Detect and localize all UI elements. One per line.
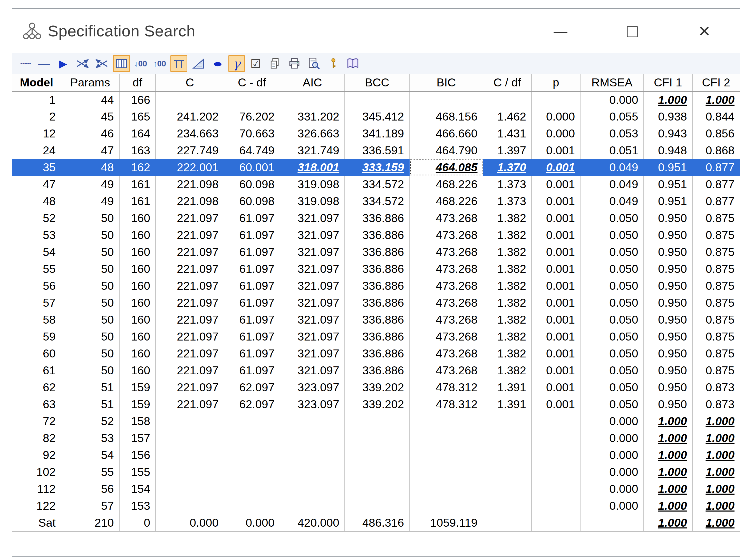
column-header-aic[interactable]: AIC [280, 74, 345, 91]
increase-decimal-icon-glyph: ↑00 [153, 60, 166, 68]
table-row[interactable]: 5750160221.09761.097321.097336.886473.26… [12, 294, 740, 311]
increase-decimal-icon[interactable]: ↑00 [151, 55, 168, 72]
table-row[interactable]: 4749161221.09860.098319.098334.572468.22… [12, 176, 740, 193]
cell-cfi2: 0.877 [693, 176, 740, 193]
cell-bic: 473.268 [409, 362, 483, 379]
table-row[interactable]: 82531570.0001.0001.000 [12, 430, 740, 447]
print-preview-icon[interactable] [305, 55, 322, 72]
cell-c: 221.097 [155, 294, 224, 311]
cell-bic [409, 447, 483, 464]
cell-c [155, 413, 224, 430]
gamma-icon[interactable]: γ [228, 55, 245, 72]
cell-bcc: 336.886 [345, 277, 409, 294]
table-row[interactable]: 5450160221.09761.097321.097336.886473.26… [12, 244, 740, 261]
cell-aic [280, 430, 345, 447]
cell-cdf: 64.749 [224, 142, 280, 159]
cell-df: 160 [119, 328, 156, 345]
cell-c: 221.097 [155, 261, 224, 277]
cell-rmsea: 0.051 [580, 142, 644, 159]
copy-icon[interactable] [266, 55, 283, 72]
maximize-button[interactable]: □ [617, 17, 648, 45]
close-button[interactable]: × [689, 17, 720, 45]
cell-rmsea: 0.050 [580, 210, 644, 227]
table-row[interactable]: 92541560.0001.0001.000 [12, 447, 740, 464]
cell-cfi2: 0.875 [693, 210, 740, 227]
table-row[interactable]: 5850160221.09761.097321.097336.886473.26… [12, 311, 740, 328]
column-header-cdf[interactable]: C - df [224, 74, 280, 91]
table-row[interactable]: 5550160221.09761.097321.097336.886473.26… [12, 261, 740, 277]
cell-bcc [345, 481, 409, 497]
table-row[interactable]: 112561540.0001.0001.000 [12, 481, 740, 497]
table-row[interactable]: 245165241.20276.202331.202345.412468.156… [12, 108, 740, 125]
column-header-model[interactable]: Model [12, 74, 61, 91]
cell-c [155, 447, 224, 464]
table-row[interactable]: 6351159221.09762.097323.097339.202478.31… [12, 396, 740, 413]
cell-c: 221.098 [155, 193, 224, 210]
decrease-decimal-icon[interactable]: ↓00 [133, 55, 149, 72]
cell-model: 112 [12, 481, 61, 497]
results-area: ModelParamsdfCC - dfAICBCCBICC / dfpRMSE… [12, 74, 740, 556]
table-row[interactable]: 5350160221.09761.097321.097336.886473.26… [12, 227, 740, 244]
table-row[interactable]: 1246164234.66370.663326.663341.189466.66… [12, 125, 740, 142]
table-row[interactable]: 1441660.0001.0001.000 [12, 91, 740, 108]
table-row[interactable]: 6050160221.09761.097321.097336.886473.26… [12, 345, 740, 362]
column-header-c[interactable]: C [155, 74, 224, 91]
table-row[interactable]: 4849161221.09860.098319.098334.572468.22… [12, 193, 740, 210]
column-header-bcc[interactable]: BCC [345, 74, 409, 91]
optional-arrow-icon[interactable]: ┄┄ [17, 55, 33, 72]
cell-params: 51 [61, 396, 119, 413]
table-row[interactable]: Sat21000.0000.000420.000486.3161059.1191… [12, 514, 740, 531]
cell-model: 24 [12, 142, 61, 159]
ellipse-icon[interactable]: ● [210, 55, 226, 72]
info-icon[interactable] [325, 55, 342, 72]
cell-aic: 321.097 [280, 244, 345, 261]
column-header-cfi2[interactable]: CFI 2 [693, 74, 740, 91]
cell-cdf [224, 91, 280, 108]
table-row[interactable]: 72521580.0001.0001.000 [12, 413, 740, 430]
column-header-cfi1[interactable]: CFI 1 [644, 74, 693, 91]
table-row[interactable]: 5650160221.09761.097321.097336.886473.26… [12, 277, 740, 294]
table-row[interactable]: 122571530.0001.0001.000 [12, 497, 740, 514]
cell-params: 50 [61, 227, 119, 244]
cell-model: 92 [12, 447, 61, 464]
short-list-icon[interactable] [171, 55, 187, 72]
column-header-p[interactable]: p [531, 74, 580, 91]
help-book-icon[interactable] [344, 55, 361, 72]
table-row[interactable]: 102551550.0001.0001.000 [12, 464, 740, 481]
cell-params: 50 [61, 328, 119, 345]
column-header-df[interactable]: df [119, 74, 156, 91]
cell-bcc: 336.886 [345, 362, 409, 379]
perform-search-icon[interactable]: ▶ [55, 55, 71, 72]
cell-c: 227.749 [155, 142, 224, 159]
column-header-coverdf[interactable]: C / df [483, 74, 532, 91]
cell-params: 54 [61, 447, 119, 464]
cell-coverdf [483, 514, 532, 531]
required-arrow-icon[interactable]: — [36, 55, 52, 72]
cell-df: 156 [119, 447, 156, 464]
cell-bic [409, 430, 483, 447]
swap-arrows-alt-icon[interactable] [94, 55, 110, 72]
cell-bic: 473.268 [409, 261, 483, 277]
cell-cfi1: 0.950 [644, 379, 693, 396]
cell-coverdf: 1.382 [483, 328, 532, 345]
column-header-rmsea[interactable]: RMSEA [580, 74, 644, 91]
swap-arrows-icon[interactable] [74, 55, 91, 72]
table-row[interactable]: 5950160221.09761.097321.097336.886473.26… [12, 328, 740, 345]
column-header-bic[interactable]: BIC [409, 74, 483, 91]
cell-cfi2: 0.875 [693, 294, 740, 311]
show-summary-icon[interactable] [113, 55, 130, 72]
options-checkbox-icon[interactable]: ☑ [248, 55, 264, 72]
table-row[interactable]: 5250160221.09761.097321.097336.886473.26… [12, 210, 740, 227]
table-row[interactable]: 6251159221.09762.097323.097339.202478.31… [12, 379, 740, 396]
minimize-button[interactable]: — [545, 17, 576, 45]
cell-coverdf: 1.382 [483, 311, 532, 328]
table-row[interactable]: 3548162222.00160.001318.001333.159464.08… [12, 159, 740, 176]
table-row[interactable]: 2447163227.74964.749321.749336.591464.79… [12, 142, 740, 159]
scatterplot-icon[interactable] [190, 55, 207, 72]
column-header-params[interactable]: Params [61, 74, 119, 91]
cell-cfi1: 0.950 [644, 244, 693, 261]
cell-cfi1: 1.000 [644, 464, 693, 481]
print-icon[interactable] [286, 55, 303, 72]
cell-cfi2: 0.856 [693, 125, 740, 142]
table-row[interactable]: 6150160221.09761.097321.097336.886473.26… [12, 362, 740, 379]
